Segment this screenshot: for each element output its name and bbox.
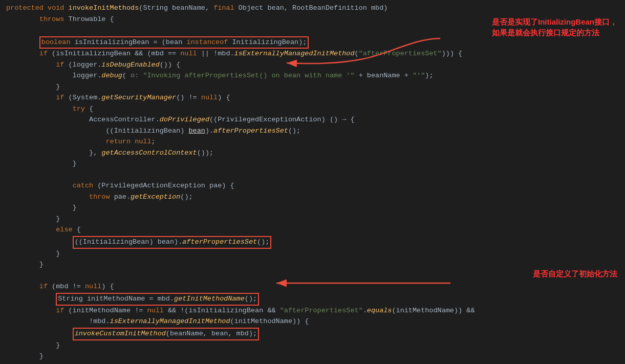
- code-line-21: else {: [0, 225, 625, 236]
- code-line-23: }: [0, 249, 625, 260]
- code-line-27: String initMethodName = mbd.getInitMetho…: [0, 293, 625, 306]
- code-line-19: }: [0, 203, 625, 214]
- code-line-14: }, getAccessControlContext());: [0, 148, 625, 159]
- code-line-24: }: [0, 260, 625, 271]
- highlighted-boolean-line: boolean isInitializingBean = (bean insta…: [39, 36, 309, 49]
- code-line-18: throw pae.getException();: [0, 192, 625, 203]
- code-line-32: }: [0, 351, 625, 362]
- code-line-17: catch (PrivilegedActionException pae) {: [0, 181, 625, 192]
- code-line-31: }: [0, 340, 625, 352]
- annotation-custom-init: 是否自定义了初始化方法: [533, 268, 617, 279]
- code-line-12: ((InitializingBean) bean).afterPropertie…: [0, 126, 625, 137]
- highlighted-string-line: String initMethodName = mbd.getInitMetho…: [56, 293, 259, 306]
- code-line-20: }: [0, 214, 625, 225]
- code-line-15: }: [0, 159, 625, 170]
- arrow-2: [271, 274, 456, 294]
- code-line-30: invokeCustomInitMethod(beanName, bean, m…: [0, 328, 625, 340]
- code-line-28: if (initMethodName != null && !(isInitia…: [0, 306, 625, 317]
- arrow-1: [282, 28, 445, 59]
- code-line-13: return null;: [0, 137, 625, 148]
- annotation-initializing-bean: 是否是实现了InitializingBean接口，如果是就会执行接口规定的方法: [492, 16, 617, 38]
- code-line-22: ((InitializingBean) bean).afterPropertie…: [0, 236, 625, 249]
- code-line-11: AccessController.doPrivileged((Privilege…: [0, 115, 625, 126]
- code-line-1: protected void invokeInitMethods(String …: [0, 3, 625, 14]
- code-container: protected void invokeInitMethods(String …: [0, 0, 625, 364]
- code-line-6: if (logger.isDebugEnabled()) {: [0, 60, 625, 71]
- highlighted-else-line: ((InitializingBean) bean).afterPropertie…: [73, 236, 272, 249]
- code-line-9: if (System.getSecurityManager() != null)…: [0, 93, 625, 104]
- code-line-8: }: [0, 82, 625, 93]
- code-line-29: !mbd.isExternallyManagedInitMethod(initM…: [0, 316, 625, 328]
- highlighted-invoke-line: invokeCustomInitMethod(beanName, bean, m…: [73, 328, 259, 340]
- code-line-10: try {: [0, 104, 625, 115]
- code-line-7: logger.debug( o: "Invoking afterProperti…: [0, 71, 625, 82]
- code-line-16: [0, 170, 625, 181]
